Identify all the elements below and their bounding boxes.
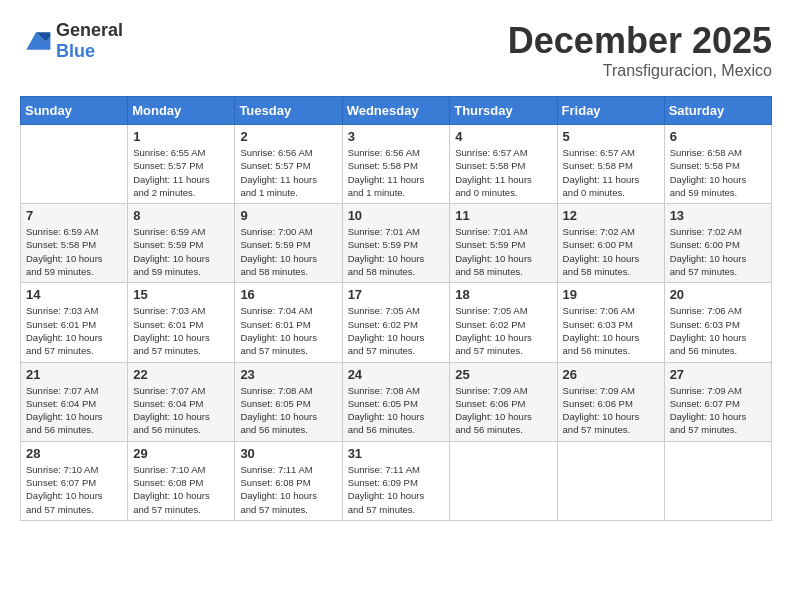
day-number: 16 xyxy=(240,287,336,302)
calendar-cell xyxy=(664,441,771,520)
day-number: 28 xyxy=(26,446,122,461)
day-number: 10 xyxy=(348,208,445,223)
calendar-cell: 8Sunrise: 6:59 AM Sunset: 5:59 PM Daylig… xyxy=(128,204,235,283)
calendar-cell xyxy=(21,125,128,204)
day-info: Sunrise: 7:11 AM Sunset: 6:09 PM Dayligh… xyxy=(348,463,445,516)
day-number: 1 xyxy=(133,129,229,144)
day-info: Sunrise: 7:05 AM Sunset: 6:02 PM Dayligh… xyxy=(348,304,445,357)
day-number: 23 xyxy=(240,367,336,382)
day-number: 25 xyxy=(455,367,551,382)
day-info: Sunrise: 7:10 AM Sunset: 6:08 PM Dayligh… xyxy=(133,463,229,516)
day-info: Sunrise: 7:07 AM Sunset: 6:04 PM Dayligh… xyxy=(133,384,229,437)
week-row: 14Sunrise: 7:03 AM Sunset: 6:01 PM Dayli… xyxy=(21,283,772,362)
day-number: 21 xyxy=(26,367,122,382)
header-row: SundayMondayTuesdayWednesdayThursdayFrid… xyxy=(21,97,772,125)
day-info: Sunrise: 7:07 AM Sunset: 6:04 PM Dayligh… xyxy=(26,384,122,437)
day-number: 4 xyxy=(455,129,551,144)
day-info: Sunrise: 6:59 AM Sunset: 5:58 PM Dayligh… xyxy=(26,225,122,278)
calendar-body: 1Sunrise: 6:55 AM Sunset: 5:57 PM Daylig… xyxy=(21,125,772,521)
day-number: 3 xyxy=(348,129,445,144)
column-header-friday: Friday xyxy=(557,97,664,125)
week-row: 28Sunrise: 7:10 AM Sunset: 6:07 PM Dayli… xyxy=(21,441,772,520)
logo: General Blue xyxy=(20,20,123,62)
day-info: Sunrise: 7:03 AM Sunset: 6:01 PM Dayligh… xyxy=(133,304,229,357)
logo-text-general: General xyxy=(56,20,123,40)
day-info: Sunrise: 7:04 AM Sunset: 6:01 PM Dayligh… xyxy=(240,304,336,357)
day-number: 19 xyxy=(563,287,659,302)
location: Transfiguracion, Mexico xyxy=(508,62,772,80)
calendar-cell: 13Sunrise: 7:02 AM Sunset: 6:00 PM Dayli… xyxy=(664,204,771,283)
calendar-cell: 30Sunrise: 7:11 AM Sunset: 6:08 PM Dayli… xyxy=(235,441,342,520)
day-number: 24 xyxy=(348,367,445,382)
calendar-cell: 29Sunrise: 7:10 AM Sunset: 6:08 PM Dayli… xyxy=(128,441,235,520)
day-info: Sunrise: 6:57 AM Sunset: 5:58 PM Dayligh… xyxy=(455,146,551,199)
day-info: Sunrise: 7:06 AM Sunset: 6:03 PM Dayligh… xyxy=(670,304,766,357)
calendar-cell: 1Sunrise: 6:55 AM Sunset: 5:57 PM Daylig… xyxy=(128,125,235,204)
day-number: 9 xyxy=(240,208,336,223)
day-number: 2 xyxy=(240,129,336,144)
calendar-cell: 18Sunrise: 7:05 AM Sunset: 6:02 PM Dayli… xyxy=(450,283,557,362)
day-number: 6 xyxy=(670,129,766,144)
day-number: 29 xyxy=(133,446,229,461)
calendar-cell xyxy=(557,441,664,520)
calendar-cell: 27Sunrise: 7:09 AM Sunset: 6:07 PM Dayli… xyxy=(664,362,771,441)
day-info: Sunrise: 6:57 AM Sunset: 5:58 PM Dayligh… xyxy=(563,146,659,199)
day-info: Sunrise: 7:01 AM Sunset: 5:59 PM Dayligh… xyxy=(455,225,551,278)
day-info: Sunrise: 7:09 AM Sunset: 6:06 PM Dayligh… xyxy=(563,384,659,437)
day-info: Sunrise: 7:02 AM Sunset: 6:00 PM Dayligh… xyxy=(563,225,659,278)
day-number: 18 xyxy=(455,287,551,302)
calendar-cell: 11Sunrise: 7:01 AM Sunset: 5:59 PM Dayli… xyxy=(450,204,557,283)
day-number: 14 xyxy=(26,287,122,302)
day-info: Sunrise: 7:09 AM Sunset: 6:06 PM Dayligh… xyxy=(455,384,551,437)
page-header: General Blue December 2025 Transfiguraci… xyxy=(20,20,772,80)
calendar-cell: 16Sunrise: 7:04 AM Sunset: 6:01 PM Dayli… xyxy=(235,283,342,362)
day-number: 27 xyxy=(670,367,766,382)
day-number: 30 xyxy=(240,446,336,461)
column-header-sunday: Sunday xyxy=(21,97,128,125)
day-info: Sunrise: 7:10 AM Sunset: 6:07 PM Dayligh… xyxy=(26,463,122,516)
day-info: Sunrise: 6:55 AM Sunset: 5:57 PM Dayligh… xyxy=(133,146,229,199)
day-number: 8 xyxy=(133,208,229,223)
day-number: 15 xyxy=(133,287,229,302)
calendar-cell: 6Sunrise: 6:58 AM Sunset: 5:58 PM Daylig… xyxy=(664,125,771,204)
calendar-cell: 15Sunrise: 7:03 AM Sunset: 6:01 PM Dayli… xyxy=(128,283,235,362)
calendar-table: SundayMondayTuesdayWednesdayThursdayFrid… xyxy=(20,96,772,521)
day-info: Sunrise: 7:01 AM Sunset: 5:59 PM Dayligh… xyxy=(348,225,445,278)
column-header-wednesday: Wednesday xyxy=(342,97,450,125)
logo-text-blue: Blue xyxy=(56,41,95,61)
day-number: 17 xyxy=(348,287,445,302)
day-info: Sunrise: 7:03 AM Sunset: 6:01 PM Dayligh… xyxy=(26,304,122,357)
calendar-cell: 20Sunrise: 7:06 AM Sunset: 6:03 PM Dayli… xyxy=(664,283,771,362)
day-number: 20 xyxy=(670,287,766,302)
day-number: 5 xyxy=(563,129,659,144)
day-info: Sunrise: 7:05 AM Sunset: 6:02 PM Dayligh… xyxy=(455,304,551,357)
day-number: 13 xyxy=(670,208,766,223)
calendar-cell: 3Sunrise: 6:56 AM Sunset: 5:58 PM Daylig… xyxy=(342,125,450,204)
day-info: Sunrise: 6:56 AM Sunset: 5:58 PM Dayligh… xyxy=(348,146,445,199)
day-info: Sunrise: 6:59 AM Sunset: 5:59 PM Dayligh… xyxy=(133,225,229,278)
calendar-cell: 5Sunrise: 6:57 AM Sunset: 5:58 PM Daylig… xyxy=(557,125,664,204)
day-info: Sunrise: 7:00 AM Sunset: 5:59 PM Dayligh… xyxy=(240,225,336,278)
day-number: 26 xyxy=(563,367,659,382)
day-number: 31 xyxy=(348,446,445,461)
day-info: Sunrise: 6:58 AM Sunset: 5:58 PM Dayligh… xyxy=(670,146,766,199)
calendar-cell: 4Sunrise: 6:57 AM Sunset: 5:58 PM Daylig… xyxy=(450,125,557,204)
day-info: Sunrise: 7:02 AM Sunset: 6:00 PM Dayligh… xyxy=(670,225,766,278)
calendar-cell: 21Sunrise: 7:07 AM Sunset: 6:04 PM Dayli… xyxy=(21,362,128,441)
day-info: Sunrise: 6:56 AM Sunset: 5:57 PM Dayligh… xyxy=(240,146,336,199)
calendar-cell: 23Sunrise: 7:08 AM Sunset: 6:05 PM Dayli… xyxy=(235,362,342,441)
calendar-cell: 19Sunrise: 7:06 AM Sunset: 6:03 PM Dayli… xyxy=(557,283,664,362)
day-info: Sunrise: 7:06 AM Sunset: 6:03 PM Dayligh… xyxy=(563,304,659,357)
calendar-cell: 9Sunrise: 7:00 AM Sunset: 5:59 PM Daylig… xyxy=(235,204,342,283)
calendar-cell: 14Sunrise: 7:03 AM Sunset: 6:01 PM Dayli… xyxy=(21,283,128,362)
week-row: 1Sunrise: 6:55 AM Sunset: 5:57 PM Daylig… xyxy=(21,125,772,204)
day-number: 7 xyxy=(26,208,122,223)
calendar-header: SundayMondayTuesdayWednesdayThursdayFrid… xyxy=(21,97,772,125)
logo-icon xyxy=(20,27,52,55)
day-number: 22 xyxy=(133,367,229,382)
calendar-cell: 10Sunrise: 7:01 AM Sunset: 5:59 PM Dayli… xyxy=(342,204,450,283)
calendar-cell: 25Sunrise: 7:09 AM Sunset: 6:06 PM Dayli… xyxy=(450,362,557,441)
calendar-cell: 31Sunrise: 7:11 AM Sunset: 6:09 PM Dayli… xyxy=(342,441,450,520)
column-header-thursday: Thursday xyxy=(450,97,557,125)
calendar-cell xyxy=(450,441,557,520)
